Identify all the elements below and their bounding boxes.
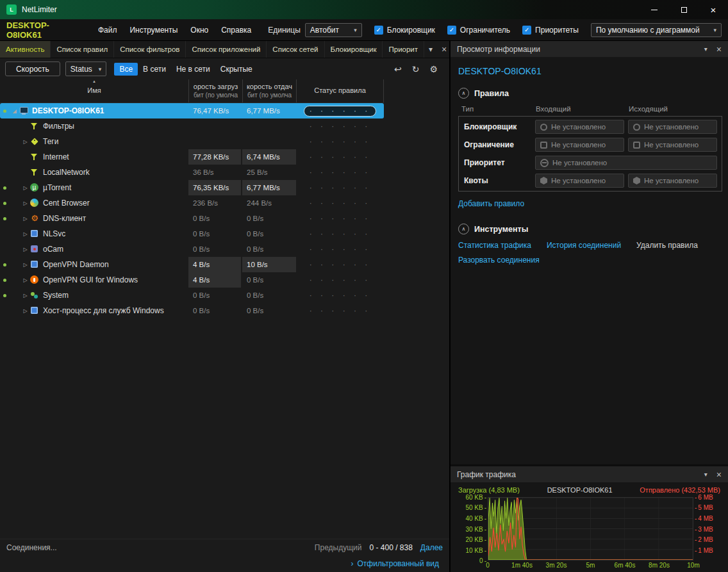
expander-icon[interactable]: ▷ — [21, 308, 30, 314]
maximize-button[interactable] — [669, 0, 699, 19]
column-header-status[interactable]: Статус правила — [296, 79, 384, 102]
segment-2[interactable]: В сети — [138, 63, 171, 76]
minimize-button[interactable] — [640, 0, 669, 19]
traffic-panel-title: График трафика — [457, 470, 516, 479]
tab-overflow-icon[interactable]: ▾ — [424, 45, 437, 54]
menu-item-3[interactable]: Окно — [184, 22, 215, 38]
tab-7[interactable]: Приорит — [383, 41, 424, 58]
tab-3[interactable]: Список фильтров — [114, 41, 186, 58]
table-row[interactable]: ▷Теги· · · · · · — [0, 134, 384, 149]
expander-icon[interactable]: ▷ — [21, 139, 30, 145]
expander-icon[interactable]: ▷ — [21, 247, 30, 252]
rules-section-header[interactable]: ∧ Правила — [458, 88, 720, 99]
rule-status-cell[interactable]: · · · · · · — [296, 303, 384, 318]
rule-status-cell[interactable]: · · · · · · — [296, 195, 384, 211]
tab-5[interactable]: Список сетей — [267, 41, 324, 58]
speed-button[interactable]: Скорость — [5, 61, 60, 76]
table-row[interactable]: ◢DESKTOP-O8IOK6176,47 KB/s6,77 MB/s· · ·… — [0, 103, 384, 118]
rule-status-cell[interactable]: · · · · · · — [296, 272, 384, 288]
expander-icon[interactable]: ▷ — [21, 185, 30, 191]
table-row[interactable]: ▷OpenVPN Daemon4 B/s10 B/s· · · · · · — [0, 257, 384, 272]
segment-4[interactable]: Скрытые — [215, 63, 258, 76]
menu-item-1[interactable]: Файл — [92, 22, 124, 38]
rule-outgoing-cell[interactable]: Не установлено — [628, 174, 717, 188]
rule-status-cell[interactable]: · · · · · · — [296, 211, 384, 226]
menu-item-4[interactable]: Справка — [215, 22, 258, 38]
next-page-button[interactable]: Далее — [420, 543, 443, 552]
table-row[interactable]: Фильтры· · · · · · — [0, 118, 384, 134]
rule-incoming-cell[interactable]: Не установлено — [535, 120, 624, 134]
column-header-upload[interactable]: корость отдач бит (по умолча — [242, 79, 296, 102]
rule-outgoing-cell[interactable]: Не установлено — [628, 138, 717, 152]
table-row[interactable]: LocalNetwork36 B/s25 B/s· · · · · · — [0, 165, 384, 180]
table-row[interactable]: Internet77,28 KB/s6,74 MB/s· · · · · · — [0, 149, 384, 165]
layout-preset-dropdown[interactable]: По умолчанию с диаграммой ▾ — [591, 23, 722, 37]
segment-1[interactable]: Все — [114, 63, 138, 76]
rule-status-cell[interactable]: · · · · · · — [296, 118, 384, 134]
download-value: 0 B/s — [188, 303, 242, 318]
close-panel-icon[interactable]: × — [716, 44, 722, 54]
tab-6[interactable]: Блокировщик — [325, 41, 383, 58]
prev-page-button[interactable]: Предыдущий — [315, 543, 362, 552]
table-row[interactable]: ▷DNS-клиент0 B/s0 B/s· · · · · · — [0, 211, 384, 226]
tool-link-4[interactable]: Разорвать соединения — [458, 256, 540, 265]
expander-icon[interactable]: ▷ — [21, 231, 30, 237]
rule-incoming-cell[interactable]: Не установлено — [535, 138, 624, 152]
expander-icon[interactable]: ◢ — [10, 108, 19, 114]
tool-link-1[interactable]: Статистика трафика — [458, 241, 531, 250]
column-header-name[interactable]: ▲ Имя — [0, 79, 188, 102]
tool-link-2[interactable]: История соединений — [547, 241, 621, 250]
segment-3[interactable]: Не в сети — [171, 63, 215, 76]
toggle-1[interactable]: ✓Блокировщик — [374, 26, 435, 35]
rule-incoming-cell[interactable]: Не установлено — [535, 174, 624, 188]
status-filter-dropdown[interactable]: Status ▾ — [65, 61, 107, 76]
table-row[interactable]: ▷Cent Browser236 B/s244 B/s· · · · · · — [0, 195, 384, 211]
tools-section-header[interactable]: ∧ Инструменты — [458, 224, 720, 234]
menu-item-2[interactable]: Инструменты — [123, 22, 184, 38]
rule-status-dots: · · · · · · — [310, 229, 371, 238]
rule-status-cell[interactable]: · · · · · · — [296, 257, 384, 272]
expander-icon[interactable]: ▷ — [21, 262, 30, 268]
rule-status-cell[interactable]: · · · · · · — [296, 180, 384, 195]
rule-status-cell[interactable]: · · · · · · — [296, 165, 384, 180]
tab-close-icon[interactable]: × — [437, 44, 451, 54]
filtered-view-link[interactable]: Отфильтрованный вид — [358, 559, 439, 568]
expander-icon[interactable]: ▷ — [21, 293, 30, 298]
rule-status-cell[interactable]: · · · · · · — [296, 226, 384, 241]
row-label: OpenVPN Daemon — [43, 260, 109, 269]
table-row[interactable]: ▷µTorrent76,35 KB/s6,77 MB/s· · · · · · — [0, 180, 384, 195]
expander-icon[interactable]: ▷ — [21, 277, 30, 283]
table-row[interactable]: ▷oCam0 B/s0 B/s· · · · · · — [0, 241, 384, 257]
expander-icon[interactable]: ▷ — [21, 216, 30, 222]
close-panel-icon[interactable]: × — [716, 470, 722, 480]
rules-col-type: Тип — [458, 105, 536, 113]
settings-gear-icon[interactable]: ⚙ — [429, 64, 438, 74]
expander-icon[interactable]: ▷ — [21, 200, 30, 206]
units-dropdown[interactable]: Автобит ▾ — [305, 23, 362, 37]
close-button[interactable]: × — [699, 0, 728, 19]
rule-status-cell[interactable]: · · · · · · — [296, 134, 384, 149]
tab-4[interactable]: Список приложений — [186, 41, 267, 58]
column-header-download[interactable]: орость загруз бит (по умолча — [188, 79, 242, 102]
rule-status-cell[interactable]: · · · · · · — [296, 103, 384, 118]
table-row[interactable]: ▷System0 B/s0 B/s· · · · · · — [0, 288, 384, 303]
toggle-3[interactable]: ✓Приоритеты — [522, 26, 579, 35]
rule-incoming-cell[interactable]: Не установлено — [535, 156, 717, 170]
toggle-2[interactable]: ✓Ограничитель — [447, 26, 510, 35]
tab-2[interactable]: Список правил — [51, 41, 114, 58]
tab-1[interactable]: Активность — [0, 41, 51, 58]
table-row[interactable]: ▷NLSvc0 B/s0 B/s· · · · · · — [0, 226, 384, 241]
table-row[interactable]: ▷OpenVPN GUI for Windows4 B/s0 B/s· · · … — [0, 272, 384, 288]
rule-status-cell[interactable]: · · · · · · — [296, 241, 384, 257]
refresh-icon[interactable]: ↻ — [412, 64, 420, 74]
tool-link-3[interactable]: Удалить правила — [636, 241, 698, 250]
rule-status-cell[interactable]: · · · · · · — [296, 288, 384, 303]
table-row[interactable]: ▷Хост-процесс для служб Windows0 B/s0 B/… — [0, 303, 384, 318]
collapse-panel-icon[interactable]: ▾ — [704, 45, 707, 53]
back-icon[interactable]: ↩ — [394, 64, 402, 74]
collapse-panel-icon[interactable]: ▾ — [704, 471, 707, 478]
rule-status-cell[interactable]: · · · · · · — [296, 149, 384, 165]
add-rule-link[interactable]: Добавить правило — [458, 199, 524, 208]
rule-outgoing-cell[interactable]: Не установлено — [628, 120, 717, 134]
connections-label: Соединения... — [6, 543, 57, 552]
